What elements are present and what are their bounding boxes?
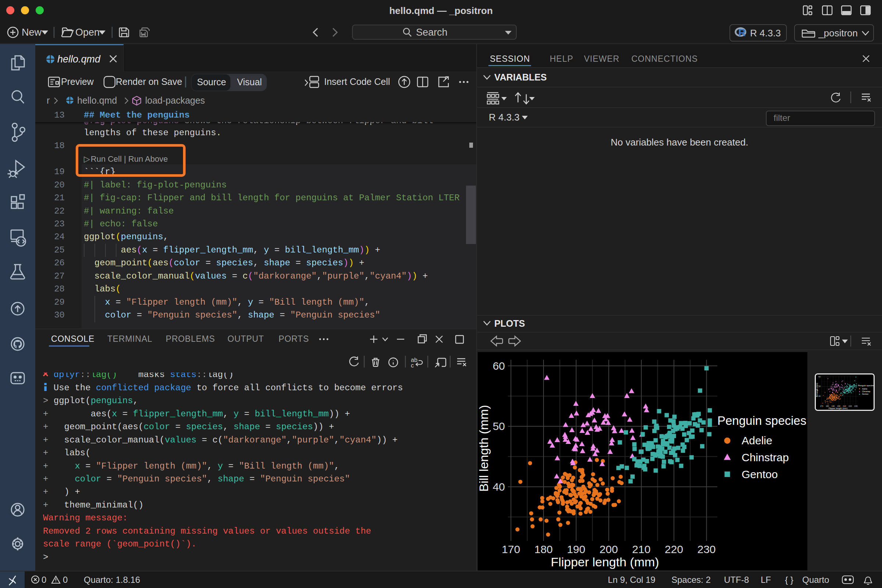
- svg-text:Spaces: 2: Spaces: 2: [671, 575, 711, 585]
- svg-text:Render on Save: Render on Save: [116, 76, 182, 87]
- svg-text:Adelie: Adelie: [862, 388, 868, 390]
- svg-text:_positron: _positron: [818, 28, 858, 39]
- svg-text:Flipper length (mm): Flipper length (mm): [551, 555, 659, 569]
- svg-text:40: 40: [818, 395, 820, 397]
- svg-text:230: 230: [854, 405, 858, 408]
- svg-text:Source: Source: [197, 77, 226, 87]
- svg-text:filter: filter: [774, 113, 790, 123]
- svg-text:220: 220: [665, 543, 683, 555]
- svg-text:170: 170: [502, 543, 520, 555]
- svg-text:Flipper length (mm): Flipper length (mm): [829, 407, 848, 410]
- svg-text:180: 180: [826, 405, 829, 408]
- svg-text:hello.qmd: hello.qmd: [77, 95, 117, 105]
- svg-text:190: 190: [831, 405, 835, 408]
- svg-text:load-packages: load-packages: [145, 95, 205, 105]
- svg-text:CONSOLE: CONSOLE: [51, 334, 94, 344]
- svg-text:200: 200: [599, 543, 618, 555]
- svg-text:OUTPUT: OUTPUT: [228, 334, 264, 344]
- svg-text:R: R: [738, 27, 746, 38]
- svg-text:VIEWER: VIEWER: [584, 54, 620, 64]
- svg-text:R 4.3.3: R 4.3.3: [750, 28, 781, 39]
- svg-text:SESSION: SESSION: [490, 54, 530, 64]
- svg-text:220: 220: [849, 405, 852, 408]
- svg-text:190: 190: [567, 543, 585, 555]
- svg-text:Quarto: Quarto: [802, 575, 829, 585]
- svg-text:180: 180: [534, 543, 553, 555]
- svg-text:Penguin species: Penguin species: [717, 414, 806, 428]
- svg-text:Quarto: 1.8.16: Quarto: 1.8.16: [84, 575, 140, 585]
- svg-text:Chinstrap: Chinstrap: [862, 390, 871, 393]
- svg-text:CONNECTIONS: CONNECTIONS: [632, 54, 698, 64]
- svg-text:{ }: { }: [785, 575, 794, 585]
- svg-text:c: c: [411, 362, 414, 369]
- svg-text:PLOTS: PLOTS: [494, 318, 525, 328]
- svg-text:Visual: Visual: [237, 77, 262, 87]
- svg-text:60: 60: [818, 376, 820, 378]
- svg-text:230: 230: [697, 543, 716, 555]
- svg-text:210: 210: [843, 405, 846, 408]
- svg-text:UTF-8: UTF-8: [724, 575, 749, 585]
- svg-text:170: 170: [820, 405, 823, 408]
- svg-text:New: New: [22, 27, 42, 38]
- svg-text:Bill length (mm): Bill length (mm): [478, 405, 490, 492]
- svg-text:VARIABLES: VARIABLES: [494, 72, 547, 82]
- svg-text:Insert Code Cell: Insert Code Cell: [324, 76, 390, 87]
- svg-text:Preview: Preview: [61, 76, 94, 87]
- svg-text:Gentoo: Gentoo: [862, 393, 868, 395]
- svg-text:50: 50: [493, 420, 505, 432]
- svg-text:Gentoo: Gentoo: [742, 468, 778, 480]
- svg-text:Search: Search: [416, 27, 448, 38]
- svg-text:Adelie: Adelie: [742, 434, 772, 447]
- svg-text:50: 50: [818, 385, 820, 387]
- svg-text:R 4.3.3: R 4.3.3: [489, 112, 520, 123]
- svg-text:200: 200: [837, 405, 840, 408]
- svg-text:40: 40: [493, 481, 505, 493]
- svg-text:LF: LF: [761, 575, 771, 585]
- svg-text:r: r: [46, 95, 50, 105]
- svg-text:Bill length (mm): Bill length (mm): [816, 383, 818, 397]
- svg-text:Open: Open: [75, 27, 100, 38]
- svg-text:PORTS: PORTS: [279, 334, 309, 344]
- svg-text:Ln 9, Col 19: Ln 9, Col 19: [608, 575, 655, 585]
- svg-text:0: 0: [42, 575, 46, 585]
- svg-text:PROBLEMS: PROBLEMS: [166, 334, 215, 344]
- svg-text:60: 60: [493, 360, 505, 372]
- svg-text:Penguin species: Penguin species: [858, 384, 873, 387]
- svg-text:TERMINAL: TERMINAL: [107, 334, 153, 344]
- svg-text:hello.qmd: hello.qmd: [57, 54, 101, 64]
- svg-text:HELP: HELP: [550, 54, 573, 64]
- svg-text:Chinstrap: Chinstrap: [742, 451, 789, 464]
- svg-text:0: 0: [63, 575, 68, 585]
- svg-text:210: 210: [632, 543, 651, 555]
